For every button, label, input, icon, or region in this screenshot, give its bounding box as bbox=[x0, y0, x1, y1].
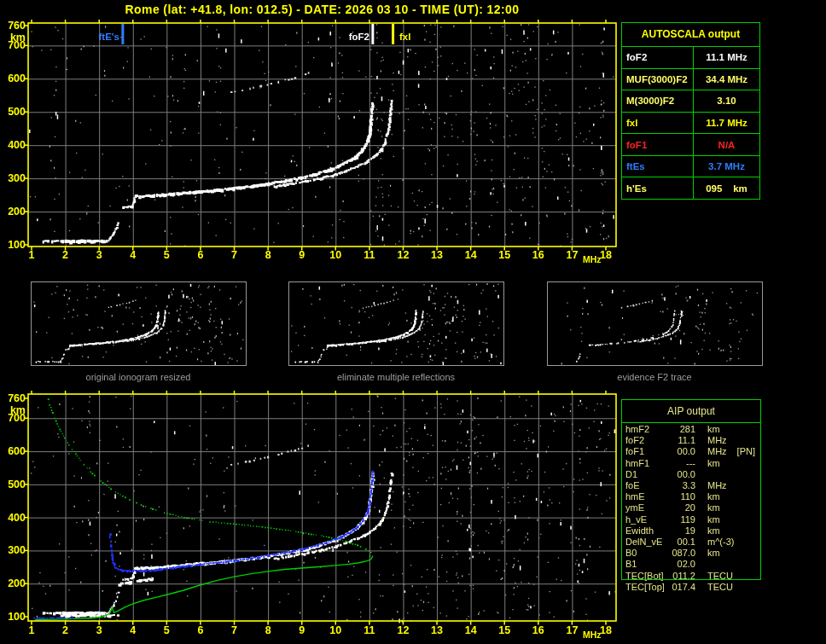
y-tick-label-bottom: 200 bbox=[0, 577, 26, 589]
autoscala-row-value: 11.1 MHz bbox=[694, 47, 759, 68]
autoscala-row-label: h'Es bbox=[622, 177, 694, 199]
y-tick-label-top: 400 bbox=[0, 139, 26, 151]
x-tick-label-bottom: 9 bbox=[292, 624, 312, 636]
aip-row-B1: B102.0 bbox=[625, 559, 822, 570]
aip-row-unit: km bbox=[695, 548, 720, 559]
aip-row-unit: km bbox=[695, 491, 720, 502]
x-tick-label-bottom: 2 bbox=[55, 624, 76, 636]
aip-row-value: 00.0 bbox=[670, 469, 695, 480]
aip-row-unit bbox=[695, 559, 707, 570]
autoscala-row-ftEs: ftEs3.7 MHz bbox=[622, 155, 759, 177]
aip-row-extra: [PN] bbox=[727, 446, 755, 457]
x-tick-label-top: 16 bbox=[528, 249, 549, 261]
aip-row-D1: D100.0 bbox=[625, 469, 822, 480]
autoscala-row-value: 3.7 MHz bbox=[694, 156, 759, 177]
autoscala-row-value: N/A bbox=[694, 134, 759, 155]
y-tick-label-bottom: 300 bbox=[0, 544, 26, 556]
aip-row-value: 02.0 bbox=[670, 559, 695, 570]
aip-row-label: foF2 bbox=[625, 435, 670, 446]
autoscala-row-value: 11.7 MHz bbox=[694, 113, 759, 134]
y-tick-label-top: 760 bbox=[0, 20, 26, 32]
aip-row-Ewidth: Ewidth19km bbox=[625, 525, 822, 537]
page-title: Rome (lat: +41.8, lon: 012.5) - DATE: 20… bbox=[28, 3, 616, 16]
autoscala-row-MUF(3000)F2: MUF(3000)F234.4 MHz bbox=[622, 68, 759, 90]
aip-row-unit: MHz bbox=[695, 435, 727, 446]
aip-row-extra bbox=[707, 469, 718, 480]
aip-row-value: 00.1 bbox=[670, 537, 695, 548]
aip-row-unit: km bbox=[695, 514, 720, 525]
aip-row-ymE: ymE20km bbox=[625, 502, 822, 513]
aip-row-hmF1: hmF1---km bbox=[625, 458, 822, 469]
autoscala-window: Rome (lat: +41.8, lon: 012.5) - DATE: 20… bbox=[0, 0, 826, 644]
aip-row-extra bbox=[727, 435, 737, 446]
autoscala-row-label: fxl bbox=[622, 113, 694, 134]
y-tick-label-top: 300 bbox=[0, 172, 26, 184]
autoscala-output-table: AUTOSCALA output foF211.1 MHzMUF(3000)F2… bbox=[621, 22, 760, 200]
x-tick-label-bottom: 12 bbox=[393, 624, 413, 636]
aip-row-extra bbox=[720, 525, 730, 537]
aip-row-label: B1 bbox=[625, 559, 670, 570]
x-tick-label-bottom: 10 bbox=[325, 624, 346, 636]
aip-row-value: 087.0 bbox=[670, 548, 695, 559]
x-tick-label-bottom: 14 bbox=[461, 624, 481, 636]
x-tick-label-top: 12 bbox=[393, 249, 413, 261]
fxl-marker-label: fxl bbox=[399, 32, 410, 42]
aip-row-label: Ewidth bbox=[625, 525, 670, 537]
aip-row-label: hmF2 bbox=[625, 424, 670, 435]
aip-row-value: 281 bbox=[670, 424, 695, 435]
aip-row-label: TEC[Bot] bbox=[625, 571, 670, 582]
y-tick-label-top: 100 bbox=[0, 239, 26, 251]
autoscala-row-M(3000)F2: M(3000)F23.10 bbox=[622, 90, 759, 112]
x-tick-label-top: 18 bbox=[596, 249, 616, 261]
aip-row-value: 19 bbox=[670, 525, 695, 537]
autoscala-row-label: foF2 bbox=[622, 47, 694, 68]
y-tick-label-bottom: 400 bbox=[0, 512, 26, 524]
aip-row-label: D1 bbox=[625, 469, 670, 480]
x-tick-label-top: 8 bbox=[258, 249, 278, 261]
aip-row-foF2: foF211.1MHz bbox=[625, 435, 822, 446]
aip-row-extra bbox=[720, 514, 730, 525]
x-tick-label-top: 17 bbox=[561, 249, 582, 261]
aip-row-label: ymE bbox=[625, 502, 670, 513]
aip-row-label: DelN_vE bbox=[625, 537, 670, 548]
aip-row-extra bbox=[733, 571, 743, 582]
aip-row-unit: TECU bbox=[695, 571, 733, 582]
aip-row-extra bbox=[720, 458, 730, 469]
x-tick-label-top: 4 bbox=[123, 249, 143, 261]
aip-row-hmE: hmE110km bbox=[625, 491, 822, 502]
x-tick-label-top: 5 bbox=[156, 249, 177, 261]
autoscala-row-label: ftEs bbox=[622, 156, 694, 177]
aip-row-extra bbox=[733, 582, 743, 593]
aip-row-value: 119 bbox=[670, 514, 695, 525]
aip-row-value: 11.1 bbox=[670, 435, 695, 446]
y-tick-label-bottom: 100 bbox=[0, 611, 26, 623]
aip-row-value: 110 bbox=[670, 491, 695, 502]
aip-row-unit: MHz bbox=[695, 480, 727, 491]
autoscala-row-foF2: foF211.1 MHz bbox=[622, 46, 759, 68]
autoscala-row-h'Es: h'Es095 km bbox=[622, 177, 759, 199]
x-tick-label-top: 15 bbox=[494, 249, 515, 261]
aip-row-unit: km bbox=[695, 525, 720, 537]
aip-row-label: TEC[Top] bbox=[625, 582, 670, 593]
x-tick-label-bottom: 8 bbox=[258, 624, 278, 636]
x-tick-label-bottom: 11 bbox=[359, 624, 380, 636]
aip-row-unit: km bbox=[695, 458, 720, 469]
autoscala-row-fxl: fxl11.7 MHz bbox=[622, 112, 759, 134]
fof2-marker-label: foF2 bbox=[340, 32, 369, 42]
x-tick-label-bottom: 13 bbox=[427, 624, 447, 636]
autoscala-row-label: MUF(3000)F2 bbox=[622, 69, 694, 90]
y-tick-label-bottom: 700 bbox=[0, 412, 26, 424]
x-tick-label-bottom: 15 bbox=[494, 624, 515, 636]
aip-row-label: B0 bbox=[625, 548, 670, 559]
aip-row-label: hmE bbox=[625, 491, 670, 502]
aip-row-label: hmF1 bbox=[625, 458, 670, 469]
y-tick-label-bottom: 500 bbox=[0, 479, 26, 490]
x-tick-label-top: 1 bbox=[21, 249, 42, 261]
aip-row-DelN_vE: DelN_vE00.1m^(-3) bbox=[625, 537, 822, 548]
aip-row-extra bbox=[734, 537, 744, 548]
aip-row-value: 00.0 bbox=[670, 446, 695, 457]
aip-row-extra bbox=[720, 548, 730, 559]
aip-row-unit: MHz bbox=[695, 446, 727, 457]
aip-row-label: h_vE bbox=[625, 514, 670, 525]
y-tick-label-top: 600 bbox=[0, 73, 26, 84]
